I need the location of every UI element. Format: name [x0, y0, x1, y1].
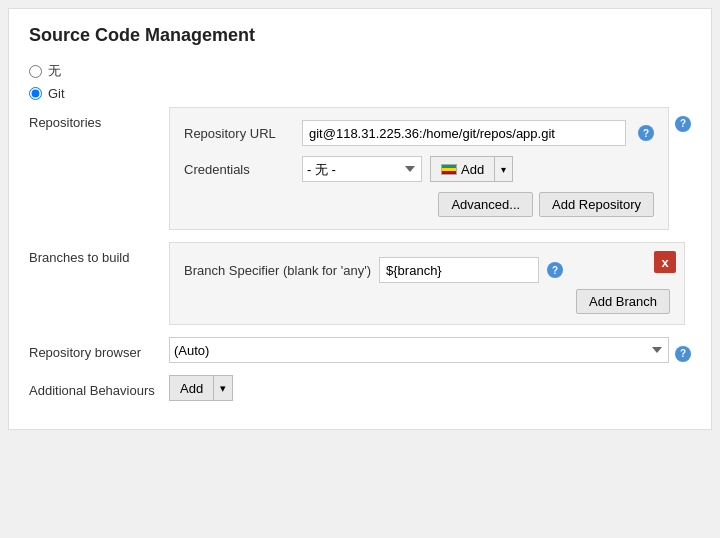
add-credentials-arrow: ▾ — [501, 164, 506, 175]
branches-label: Branches to build — [29, 242, 169, 265]
credentials-select[interactable]: - 无 - — [302, 156, 422, 182]
repo-url-help-icon[interactable]: ? — [638, 125, 654, 141]
radio-none-input[interactable] — [29, 65, 42, 78]
repo-browser-help: ? — [675, 337, 691, 362]
radio-git-input[interactable] — [29, 87, 42, 100]
add-credentials-label: Add — [461, 162, 484, 177]
advanced-button[interactable]: Advanced... — [438, 192, 533, 217]
additional-behaviours-section: Additional Behaviours Add ▾ — [29, 375, 691, 401]
branch-specifier-row: Branch Specifier (blank for 'any') ? — [184, 257, 670, 283]
repo-browser-controls: (Auto)githubwebgitilesbitbucketwebcgitfi… — [169, 337, 669, 363]
branch-specifier-label: Branch Specifier (blank for 'any') — [184, 263, 371, 278]
branch-specifier-input[interactable] — [379, 257, 539, 283]
radio-git-label: Git — [48, 86, 65, 101]
add-behaviours-main-button[interactable]: Add — [169, 375, 213, 401]
add-credentials-dropdown-button[interactable]: ▾ — [494, 156, 513, 182]
radio-none-label: 无 — [48, 62, 61, 80]
repo-url-input[interactable] — [302, 120, 626, 146]
repositories-section: Repositories Repository URL ? Credential… — [29, 107, 691, 230]
repositories-help-icon[interactable]: ? — [675, 116, 691, 132]
branch-specifier-help-icon[interactable]: ? — [547, 262, 563, 278]
branches-section: Branches to build x Branch Specifier (bl… — [29, 242, 691, 325]
repo-buttons-row: Advanced... Add Repository — [184, 192, 654, 217]
add-behaviours-dropdown-button[interactable]: ▾ — [213, 375, 233, 401]
repo-browser-help-icon[interactable]: ? — [675, 346, 691, 362]
add-credentials-group: Add ▾ — [430, 156, 513, 182]
add-branch-button[interactable]: Add Branch — [576, 289, 670, 314]
page-title: Source Code Management — [29, 25, 691, 46]
branches-content: x Branch Specifier (blank for 'any') ? A… — [169, 242, 685, 325]
credentials-label: Credentials — [184, 162, 294, 177]
radio-git: Git — [29, 86, 691, 101]
add-repository-button[interactable]: Add Repository — [539, 192, 654, 217]
remove-branch-button[interactable]: x — [654, 251, 676, 273]
credentials-controls: - 无 - Add ▾ — [302, 156, 513, 182]
add-behaviours-group: Add ▾ — [169, 375, 233, 401]
add-credentials-main-button[interactable]: Add — [430, 156, 494, 182]
flag-icon — [441, 164, 457, 175]
repositories-label: Repositories — [29, 107, 169, 130]
add-branch-row: Add Branch — [184, 289, 670, 314]
repo-browser-select[interactable]: (Auto)githubwebgitilesbitbucketwebcgitfi… — [169, 337, 669, 363]
additional-behaviours-label: Additional Behaviours — [29, 375, 169, 398]
additional-behaviours-content: Add ▾ — [169, 375, 233, 401]
radio-none: 无 — [29, 62, 691, 80]
add-behaviours-arrow: ▾ — [220, 382, 226, 395]
repo-url-label: Repository URL — [184, 126, 294, 141]
repo-browser-section: Repository browser (Auto)githubwebgitile… — [29, 337, 691, 363]
scm-radio-group: 无 Git — [29, 62, 691, 101]
repo-url-row: Repository URL ? — [184, 120, 654, 146]
repo-browser-label: Repository browser — [29, 337, 169, 360]
repositories-help: ? — [675, 107, 691, 132]
repo-url-help: ? — [638, 125, 654, 142]
repositories-content: Repository URL ? Credentials - 无 - Add — [169, 107, 669, 230]
credentials-row: Credentials - 无 - Add ▾ — [184, 156, 654, 182]
